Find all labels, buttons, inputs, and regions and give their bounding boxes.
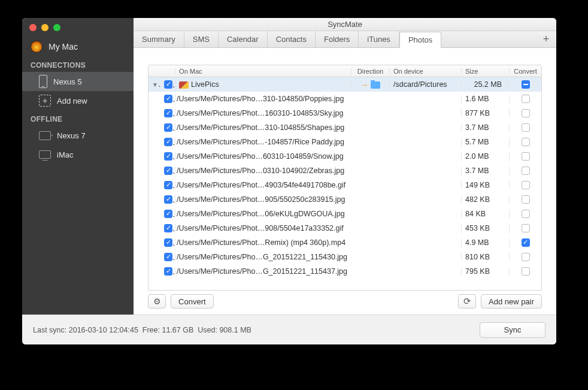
row-checkbox[interactable] <box>164 195 172 204</box>
table-row[interactable]: /Users/Me/Pictures/Phot…310-104855/Shape… <box>148 120 541 135</box>
sidebar-item-label: Add new <box>57 96 87 105</box>
tab-summary[interactable]: Summary <box>134 31 184 47</box>
imac-icon <box>39 150 51 159</box>
row-mac-path: /Users/Me/Pictures/Phot…905/550250c28391… <box>175 195 351 204</box>
convert-checkbox[interactable] <box>522 195 530 204</box>
row-mac-path: /Users/Me/Pictures/Phot…06/eKULgDWGOUA.j… <box>175 210 351 218</box>
sidebar-item-label: iMac <box>57 150 73 159</box>
footer: Last sync: 2016-03-10 12:04:45 Free: 11.… <box>22 315 556 344</box>
convert-checkbox[interactable] <box>522 238 530 247</box>
refresh-button[interactable] <box>458 294 476 309</box>
row-checkbox[interactable] <box>164 181 172 189</box>
row-size: 3.7 MB <box>461 167 509 175</box>
row-checkbox[interactable] <box>164 267 172 276</box>
gear-icon <box>153 297 161 306</box>
group-mac-label: LivePics <box>191 80 219 89</box>
row-checkbox[interactable] <box>164 238 172 247</box>
minimize-icon[interactable] <box>41 24 49 31</box>
row-mac-path: /Users/Me/Pictures/Phot…160310-104853/Sk… <box>175 109 351 117</box>
table-row[interactable]: /Users/Me/Pictures/Phot…-104857/Rice Pad… <box>148 135 541 149</box>
table-row[interactable]: /Users/Me/Pictures/Phot…06/eKULgDWGOUA.j… <box>148 207 541 221</box>
picture-icon <box>179 81 189 89</box>
folder-icon <box>371 81 380 89</box>
tab-bar: SummarySMSCalendarContactsFoldersiTunesP… <box>134 31 556 48</box>
convert-button[interactable]: Convert <box>171 294 214 309</box>
row-checkbox[interactable] <box>164 95 172 103</box>
col-size[interactable]: Size <box>461 68 509 75</box>
add-tab-button[interactable]: + <box>536 31 556 47</box>
table-header: On Mac Direction On device Size Convert <box>148 65 541 77</box>
row-size: 3.7 MB <box>461 123 509 132</box>
row-checkbox[interactable] <box>164 123 172 132</box>
convert-mixed-icon[interactable] <box>522 80 530 89</box>
convert-checkbox[interactable] <box>522 210 530 218</box>
row-size: 482 KB <box>461 195 509 204</box>
tab-calendar[interactable]: Calendar <box>219 31 268 47</box>
table-group-row[interactable]: ▼LivePics→/sdcard/Pictures25.2 MB <box>148 77 541 92</box>
window-controls <box>22 18 134 37</box>
table-row[interactable]: /Users/Me/Pictures/Pho…310-104850/Poppie… <box>148 92 541 106</box>
sidebar-item-imac[interactable]: iMac <box>22 145 134 164</box>
row-checkbox[interactable] <box>164 80 172 89</box>
row-checkbox[interactable] <box>164 152 172 161</box>
table-row[interactable]: /Users/Me/Pictures/Pho…0310-104902/Zebra… <box>148 164 541 178</box>
row-checkbox[interactable] <box>164 210 172 218</box>
disclosure-icon[interactable]: ▼ <box>152 80 160 89</box>
row-size: 453 KB <box>461 224 509 232</box>
convert-checkbox[interactable] <box>522 253 530 261</box>
row-checkbox[interactable] <box>164 253 172 261</box>
convert-checkbox[interactable] <box>522 267 530 276</box>
convert-checkbox[interactable] <box>522 123 530 132</box>
convert-checkbox[interactable] <box>522 181 530 189</box>
sidebar-item-my-mac[interactable]: My Mac <box>22 37 134 56</box>
group-device-path: /sdcard/Pictures <box>389 80 461 89</box>
table-row[interactable]: /Users/Me/Pictures/Pho…G_20151221_115430… <box>148 250 541 264</box>
convert-checkbox[interactable] <box>522 95 530 103</box>
col-on-mac[interactable]: On Mac <box>175 68 351 75</box>
row-mac-path: /Users/Me/Pictures/Phot…310-104855/Shape… <box>175 123 351 132</box>
row-mac-path: /Users/Me/Pictures/Pho…310-104850/Poppie… <box>175 95 351 103</box>
tab-sms[interactable]: SMS <box>184 31 219 47</box>
tab-contacts[interactable]: Contacts <box>268 31 316 47</box>
row-size: 149 KB <box>461 181 509 189</box>
content-area: On Mac Direction On device Size Convert … <box>134 48 556 315</box>
row-size: 877 KB <box>461 109 509 117</box>
row-checkbox[interactable] <box>164 224 172 232</box>
col-convert[interactable]: Convert <box>509 68 541 75</box>
sidebar-item-nexus-7[interactable]: Nexus 7 <box>22 126 134 145</box>
table-row[interactable]: /Users/Me/Pictures/Pho…60310-104859/Snow… <box>148 149 541 164</box>
col-on-device[interactable]: On device <box>389 68 461 75</box>
convert-checkbox[interactable] <box>522 152 530 161</box>
convert-checkbox[interactable] <box>522 224 530 232</box>
app-window: My Mac CONNECTIONS Nexus 5 + Add new OFF… <box>22 18 556 344</box>
table-row[interactable]: /Users/Me/Pictures/Pho…G_20151221_115437… <box>148 264 541 279</box>
tab-folders[interactable]: Folders <box>316 31 359 47</box>
sidebar-item-nexus-5[interactable]: Nexus 5 <box>22 72 134 91</box>
close-icon[interactable] <box>29 24 37 31</box>
row-mac-path: /Users/Me/Pictures/Pho…0310-104902/Zebra… <box>175 167 351 175</box>
table-row[interactable]: /Users/Me/Pictures/Phot…905/550250c28391… <box>148 192 541 207</box>
convert-checkbox[interactable] <box>522 138 530 146</box>
my-mac-icon <box>31 41 43 53</box>
row-checkbox[interactable] <box>164 167 172 175</box>
table-row[interactable]: /Users/Me/Pictures/Phot…908/5504e17a3335… <box>148 221 541 235</box>
zoom-icon[interactable] <box>53 24 60 31</box>
table-row[interactable]: /Users/Me/Pictures/Phot…160310-104853/Sk… <box>148 106 541 120</box>
table-row[interactable]: /Users/Me/Pictures/Phot…Remix) (mp4 360p… <box>148 235 541 250</box>
tablet-icon <box>39 131 51 140</box>
table-row[interactable]: /Users/Me/Pictures/Phot…4903/54fe4491708… <box>148 178 541 192</box>
row-size: 84 KB <box>461 210 509 218</box>
tab-photos[interactable]: Photos <box>399 32 441 48</box>
add-new-pair-button[interactable]: Add new pair <box>481 294 542 309</box>
sidebar-section-connections: CONNECTIONS <box>22 56 134 72</box>
sidebar-item-add-new[interactable]: + Add new <box>22 91 134 110</box>
row-checkbox[interactable] <box>164 109 172 117</box>
settings-button[interactable] <box>148 294 166 309</box>
sync-button[interactable]: Sync <box>480 322 545 338</box>
sidebar: My Mac CONNECTIONS Nexus 5 + Add new OFF… <box>22 18 134 315</box>
col-direction[interactable]: Direction <box>351 68 389 75</box>
convert-checkbox[interactable] <box>522 109 530 117</box>
tab-itunes[interactable]: iTunes <box>359 31 399 47</box>
convert-checkbox[interactable] <box>522 167 530 175</box>
row-checkbox[interactable] <box>164 138 172 146</box>
